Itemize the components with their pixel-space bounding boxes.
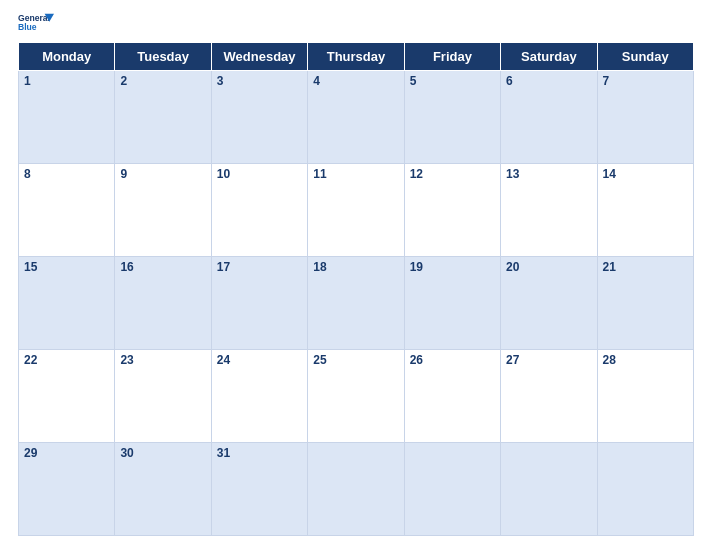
day-number: 5 [410, 74, 495, 88]
calendar-cell: 12 [404, 164, 500, 257]
day-number: 20 [506, 260, 591, 274]
day-number: 12 [410, 167, 495, 181]
calendar-cell: 15 [19, 257, 115, 350]
calendar-cell: 30 [115, 443, 211, 536]
calendar-week-row: 15161718192021 [19, 257, 694, 350]
weekday-header-saturday: Saturday [501, 43, 597, 71]
calendar-week-row: 22232425262728 [19, 350, 694, 443]
day-number: 14 [603, 167, 688, 181]
logo-icon: General Blue [18, 10, 54, 38]
day-number: 2 [120, 74, 205, 88]
weekday-header-wednesday: Wednesday [211, 43, 307, 71]
day-number: 19 [410, 260, 495, 274]
calendar-cell: 28 [597, 350, 693, 443]
calendar-cell: 16 [115, 257, 211, 350]
calendar-cell: 17 [211, 257, 307, 350]
day-number: 29 [24, 446, 109, 460]
calendar-cell: 25 [308, 350, 404, 443]
day-number: 24 [217, 353, 302, 367]
calendar-cell: 23 [115, 350, 211, 443]
calendar-cell: 5 [404, 71, 500, 164]
svg-text:Blue: Blue [18, 22, 37, 32]
day-number: 13 [506, 167, 591, 181]
calendar-body: 1234567891011121314151617181920212223242… [19, 71, 694, 536]
day-number: 1 [24, 74, 109, 88]
calendar-cell: 11 [308, 164, 404, 257]
calendar-cell: 29 [19, 443, 115, 536]
calendar-cell [308, 443, 404, 536]
country-label [634, 10, 694, 14]
day-number: 31 [217, 446, 302, 460]
calendar-cell: 2 [115, 71, 211, 164]
weekday-header-friday: Friday [404, 43, 500, 71]
weekday-header-row: MondayTuesdayWednesdayThursdayFridaySatu… [19, 43, 694, 71]
calendar-header: General Blue [18, 10, 694, 38]
calendar-cell: 31 [211, 443, 307, 536]
calendar-cell: 10 [211, 164, 307, 257]
day-number: 16 [120, 260, 205, 274]
calendar-cell: 26 [404, 350, 500, 443]
calendar-cell: 19 [404, 257, 500, 350]
calendar-cell: 9 [115, 164, 211, 257]
day-number: 6 [506, 74, 591, 88]
calendar-table: MondayTuesdayWednesdayThursdayFridaySatu… [18, 42, 694, 536]
day-number: 11 [313, 167, 398, 181]
day-number: 17 [217, 260, 302, 274]
day-number: 23 [120, 353, 205, 367]
calendar-cell: 1 [19, 71, 115, 164]
calendar-cell: 13 [501, 164, 597, 257]
day-number: 10 [217, 167, 302, 181]
day-number: 8 [24, 167, 109, 181]
day-number: 4 [313, 74, 398, 88]
calendar-cell [501, 443, 597, 536]
calendar-week-row: 891011121314 [19, 164, 694, 257]
day-number: 30 [120, 446, 205, 460]
calendar-cell: 6 [501, 71, 597, 164]
calendar-week-row: 1234567 [19, 71, 694, 164]
day-number: 21 [603, 260, 688, 274]
day-number: 22 [24, 353, 109, 367]
day-number: 18 [313, 260, 398, 274]
calendar-week-row: 293031 [19, 443, 694, 536]
weekday-header-thursday: Thursday [308, 43, 404, 71]
weekday-header-tuesday: Tuesday [115, 43, 211, 71]
calendar-cell: 18 [308, 257, 404, 350]
day-number: 27 [506, 353, 591, 367]
calendar-cell [597, 443, 693, 536]
day-number: 9 [120, 167, 205, 181]
calendar-cell [404, 443, 500, 536]
weekday-header-monday: Monday [19, 43, 115, 71]
calendar-cell: 20 [501, 257, 597, 350]
calendar-cell: 27 [501, 350, 597, 443]
logo-area: General Blue [18, 10, 54, 38]
day-number: 7 [603, 74, 688, 88]
calendar-cell: 7 [597, 71, 693, 164]
calendar-cell: 21 [597, 257, 693, 350]
calendar-cell: 4 [308, 71, 404, 164]
calendar-cell: 24 [211, 350, 307, 443]
weekday-header-sunday: Sunday [597, 43, 693, 71]
day-number: 28 [603, 353, 688, 367]
day-number: 26 [410, 353, 495, 367]
day-number: 25 [313, 353, 398, 367]
calendar-cell: 8 [19, 164, 115, 257]
day-number: 15 [24, 260, 109, 274]
calendar-cell: 3 [211, 71, 307, 164]
calendar-cell: 22 [19, 350, 115, 443]
calendar-cell: 14 [597, 164, 693, 257]
day-number: 3 [217, 74, 302, 88]
